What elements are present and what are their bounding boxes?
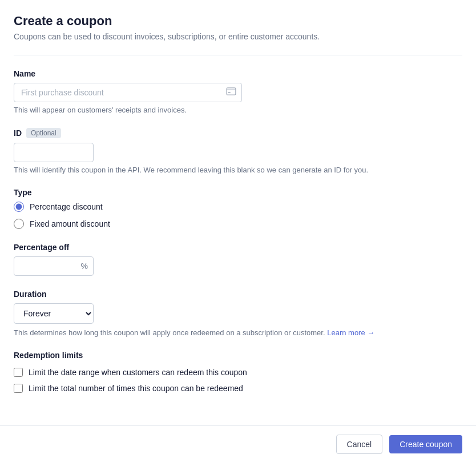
radio-fixed-input[interactable] bbox=[14, 219, 24, 229]
name-input[interactable] bbox=[14, 83, 242, 102]
radio-percentage-label: Percentage discount bbox=[30, 202, 103, 211]
checkbox-date-range-input[interactable] bbox=[14, 368, 23, 377]
percentage-off-field-group: Percentage off % bbox=[14, 243, 462, 276]
footer-bar: Cancel Create coupon bbox=[0, 425, 476, 462]
page-title: Create a coupon bbox=[14, 14, 462, 29]
duration-label: Duration bbox=[14, 290, 462, 299]
redemption-limits-title: Redemption limits bbox=[14, 351, 462, 360]
name-label: Name bbox=[14, 69, 462, 78]
duration-field-group: Duration Once Forever Repeating This det… bbox=[14, 290, 462, 337]
radio-percentage[interactable]: Percentage discount bbox=[14, 202, 462, 212]
name-field-group: Name This will appear on customers' rece… bbox=[14, 69, 462, 114]
id-hint: This will identify this coupon in the AP… bbox=[14, 166, 462, 174]
name-hint: This will appear on customers' receipts … bbox=[14, 106, 462, 114]
checkbox-date-range[interactable]: Limit the date range when customers can … bbox=[14, 368, 462, 377]
checkbox-total-times-input[interactable] bbox=[14, 384, 23, 393]
create-coupon-button[interactable]: Create coupon bbox=[389, 435, 462, 453]
duration-select[interactable]: Once Forever Repeating bbox=[14, 303, 94, 324]
percentage-off-label: Percentage off bbox=[14, 243, 462, 252]
radio-fixed-label: Fixed amount discount bbox=[30, 219, 110, 228]
type-field-group: Type Percentage discount Fixed amount di… bbox=[14, 188, 462, 229]
learn-more-link[interactable]: Learn more → bbox=[327, 328, 374, 337]
redemption-limits-section: Redemption limits Limit the date range w… bbox=[14, 351, 462, 393]
type-radio-group: Percentage discount Fixed amount discoun… bbox=[14, 202, 462, 229]
checkbox-date-range-label: Limit the date range when customers can … bbox=[29, 368, 247, 377]
percentage-input-wrapper: % bbox=[14, 256, 94, 276]
duration-hint: This determines how long this coupon wil… bbox=[14, 328, 462, 337]
checkbox-total-times[interactable]: Limit the total number of times this cou… bbox=[14, 384, 462, 393]
radio-fixed[interactable]: Fixed amount discount bbox=[14, 219, 462, 229]
id-input[interactable] bbox=[14, 143, 94, 162]
id-label: ID bbox=[14, 128, 22, 138]
header-divider bbox=[14, 55, 462, 55]
page-subtitle: Coupons can be used to discount invoices… bbox=[14, 32, 462, 41]
percentage-off-input[interactable] bbox=[14, 256, 94, 276]
id-field-group: ID Optional This will identify this coup… bbox=[14, 128, 462, 174]
cancel-button[interactable]: Cancel bbox=[336, 435, 383, 454]
radio-percentage-input[interactable] bbox=[14, 202, 24, 212]
learn-more-label: Learn more bbox=[327, 328, 365, 337]
type-label: Type bbox=[14, 188, 462, 197]
checkbox-total-times-label: Limit the total number of times this cou… bbox=[29, 384, 243, 393]
id-label-row: ID Optional bbox=[14, 128, 462, 138]
optional-badge: Optional bbox=[26, 128, 61, 138]
learn-more-arrow: → bbox=[367, 328, 374, 337]
name-input-wrapper bbox=[14, 83, 242, 102]
